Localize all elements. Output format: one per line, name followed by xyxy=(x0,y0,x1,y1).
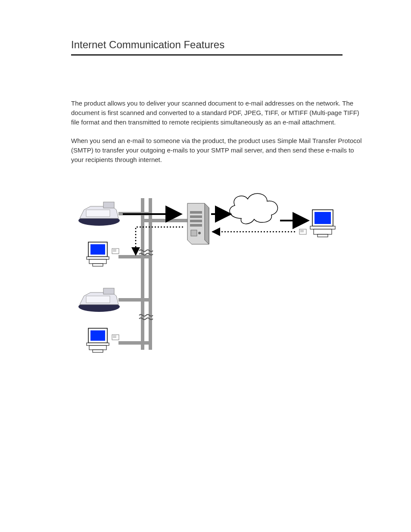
svg-rect-4 xyxy=(118,298,152,302)
svg-rect-32 xyxy=(190,224,202,227)
scanner-icon xyxy=(78,288,120,312)
svg-rect-20 xyxy=(86,296,110,303)
svg-rect-37 xyxy=(310,226,335,229)
paragraph-2: When you send an e-mail to someone via t… xyxy=(71,136,364,164)
svg-rect-14 xyxy=(93,264,103,266)
svg-rect-12 xyxy=(87,257,109,259)
computer-icon xyxy=(87,328,109,352)
title-rule xyxy=(71,54,342,56)
server-icon xyxy=(187,203,209,244)
network-diagram xyxy=(75,186,364,369)
envelope-icon xyxy=(112,249,119,254)
envelope-icon xyxy=(299,229,306,234)
svg-point-34 xyxy=(198,232,201,234)
svg-rect-23 xyxy=(87,343,109,345)
svg-rect-31 xyxy=(190,220,202,222)
svg-rect-25 xyxy=(93,350,103,352)
flow-arrow-dotted xyxy=(136,227,295,255)
svg-rect-11 xyxy=(90,244,105,255)
svg-rect-5 xyxy=(118,341,152,345)
computer-icon xyxy=(87,242,109,266)
network-bus xyxy=(118,198,197,350)
svg-rect-19 xyxy=(103,288,114,294)
svg-rect-38 xyxy=(314,229,332,234)
svg-rect-39 xyxy=(318,234,328,237)
svg-rect-29 xyxy=(190,211,202,214)
svg-rect-9 xyxy=(86,210,110,217)
svg-rect-30 xyxy=(190,215,202,218)
computer-icon xyxy=(310,210,335,237)
svg-rect-24 xyxy=(89,345,106,350)
scanner-icon xyxy=(78,202,120,226)
envelope-icon xyxy=(112,335,119,340)
svg-rect-13 xyxy=(89,259,106,264)
svg-rect-36 xyxy=(314,212,331,224)
svg-rect-22 xyxy=(90,330,105,341)
svg-rect-3 xyxy=(118,255,152,258)
svg-rect-33 xyxy=(191,230,197,236)
svg-rect-8 xyxy=(103,202,114,208)
cloud-icon xyxy=(230,193,277,224)
paragraph-1: The product allows you to deliver your s… xyxy=(71,99,364,127)
page-title: Internet Communication Features xyxy=(71,39,364,51)
